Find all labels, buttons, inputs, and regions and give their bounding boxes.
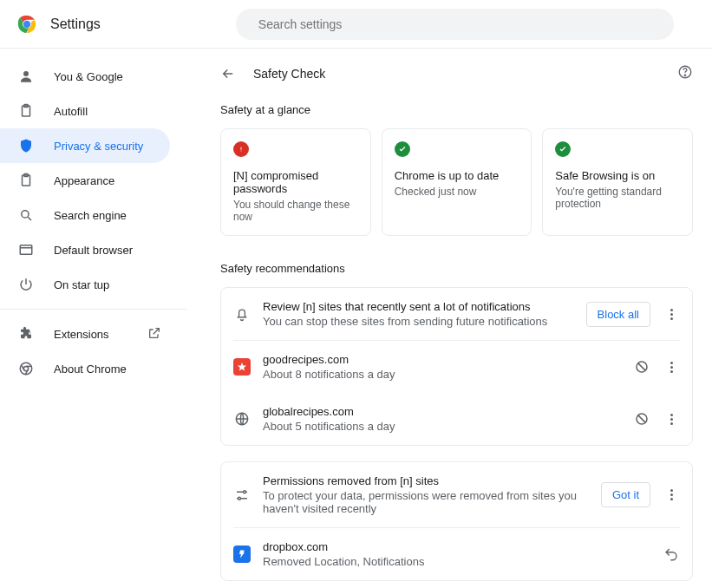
back-button[interactable] (220, 65, 238, 82)
site-detail: About 8 notifications a day (263, 368, 621, 381)
notifications-header-row: Review [n] sites that recently sent a lo… (221, 288, 692, 340)
sidebar-item-default-browser[interactable]: Default browser (0, 232, 170, 267)
sidebar-label: On star tup (54, 278, 109, 291)
search-settings[interactable] (236, 9, 674, 40)
card-subtitle: You should change these now (233, 199, 358, 223)
check-icon (555, 141, 571, 157)
tune-icon (233, 487, 251, 504)
svg-point-14 (241, 151, 242, 152)
person-icon (17, 68, 35, 85)
sidebar-item-about-chrome[interactable]: About Chrome (0, 351, 170, 386)
recommendations-label: Safety recommendations (220, 262, 693, 275)
page-title: Safety Check (253, 67, 662, 81)
svg-point-2 (23, 71, 29, 76)
app-title: Settings (50, 16, 101, 32)
sidebar-separator (0, 309, 187, 310)
chrome-logo-icon (17, 15, 36, 34)
top-bar: Settings (0, 0, 712, 49)
clipboard-icon (17, 172, 35, 189)
power-icon (17, 276, 35, 293)
block-all-button[interactable]: Block all (586, 302, 650, 327)
row-subtitle: To protect your data, permissions were r… (263, 489, 589, 515)
site-favicon-icon (233, 546, 251, 563)
sidebar-item-autofill[interactable]: Autofill (0, 94, 170, 128)
sidebar-label: Privacy & security (54, 140, 143, 153)
sidebar-item-on-startup[interactable]: On star tup (0, 267, 170, 302)
permissions-panel: Permissions removed from [n] sites To pr… (220, 461, 693, 581)
card-title: Chrome is up to date (395, 169, 519, 182)
card-title: [N] compromised passwords (233, 169, 358, 195)
block-icon[interactable] (633, 410, 650, 428)
sidebar-item-you-google[interactable]: You & Google (0, 59, 170, 94)
window-icon (17, 241, 35, 258)
sidebar-item-privacy-security[interactable]: Privacy & security (0, 128, 170, 163)
check-icon (395, 141, 410, 157)
search-icon (17, 206, 35, 224)
globe-icon (233, 410, 251, 428)
notifications-panel: Review [n] sites that recently sent a lo… (220, 287, 693, 446)
sidebar: You & Google Autofill Privacy & security… (0, 49, 201, 588)
got-it-button[interactable]: Got it (601, 482, 650, 507)
overflow-menu[interactable] (663, 414, 680, 425)
glance-label: Safety at a glance (220, 103, 693, 116)
site-name: dropbox.com (263, 540, 650, 553)
sidebar-item-appearance[interactable]: Appearance (0, 163, 170, 198)
card-subtitle: You're getting standard protection (555, 186, 680, 210)
permissions-header-row: Permissions removed from [n] sites To pr… (221, 462, 692, 527)
sidebar-label: Default browser (54, 244, 133, 257)
svg-point-19 (238, 497, 241, 500)
row-title: Review [n] sites that recently sent a lo… (263, 300, 574, 313)
site-detail: Removed Location, Notifications (263, 555, 650, 568)
svg-point-12 (684, 75, 685, 75)
site-row: goodrecipes.com About 8 notifications a … (221, 341, 692, 393)
bell-icon (233, 305, 251, 323)
sidebar-item-search-engine[interactable]: Search engine (0, 198, 170, 232)
shield-icon (17, 137, 35, 154)
site-row: dropbox.com Removed Location, Notificati… (221, 528, 692, 580)
help-icon[interactable] (677, 64, 693, 82)
svg-rect-13 (241, 147, 242, 150)
site-name: goodrecipes.com (263, 353, 621, 366)
sidebar-label: Autofill (54, 105, 88, 118)
alert-icon (233, 141, 249, 157)
overflow-menu[interactable] (663, 309, 680, 320)
sidebar-label: You & Google (54, 70, 123, 83)
glance-cards: [N] compromised passwords You should cha… (220, 128, 693, 236)
overflow-menu[interactable] (663, 362, 680, 373)
row-subtitle: You can stop these sites from sending fu… (263, 315, 574, 328)
overflow-menu[interactable] (663, 489, 680, 500)
undo-icon[interactable] (663, 546, 680, 563)
sidebar-item-extensions[interactable]: Extensions (0, 317, 170, 351)
sidebar-label: About Chrome (54, 363, 127, 376)
sidebar-label: Appearance (54, 174, 114, 187)
open-external-icon (147, 326, 161, 343)
site-row: globalrecipes.com About 5 notifications … (221, 393, 692, 445)
site-favicon-icon (233, 358, 251, 376)
svg-rect-8 (20, 245, 32, 255)
glance-update[interactable]: Chrome is up to date Checked just now (382, 128, 532, 236)
sidebar-label: Search engine (54, 209, 127, 222)
card-title: Safe Browsing is on (555, 169, 680, 182)
site-name: globalrecipes.com (263, 405, 621, 418)
search-input[interactable] (258, 17, 660, 31)
glance-passwords[interactable]: [N] compromised passwords You should cha… (220, 128, 371, 236)
card-subtitle: Checked just now (395, 186, 519, 198)
site-detail: About 5 notifications a day (263, 420, 621, 433)
svg-point-7 (22, 211, 29, 218)
glance-safebrowsing[interactable]: Safe Browsing is on You're getting stand… (542, 128, 693, 236)
block-icon[interactable] (633, 358, 650, 376)
svg-point-18 (244, 490, 246, 493)
extension-icon (17, 325, 35, 343)
chrome-outline-icon (17, 360, 35, 377)
row-title: Permissions removed from [n] sites (263, 474, 589, 487)
sidebar-label: Extensions (54, 328, 109, 341)
clipboard-icon (17, 102, 35, 120)
main-content: Safety Check Safety at a glance [N] comp… (201, 49, 712, 588)
